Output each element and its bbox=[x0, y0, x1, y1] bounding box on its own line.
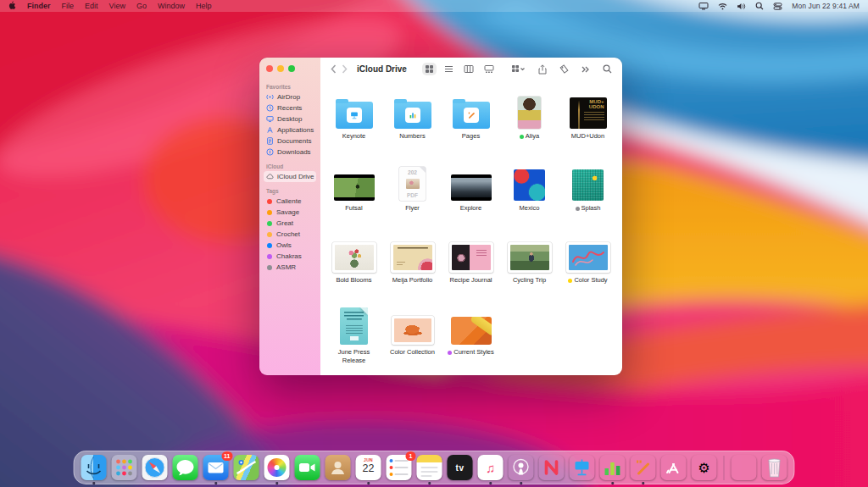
sidebar-label: Applications bbox=[277, 126, 314, 134]
sidebar-item-desktop[interactable]: Desktop bbox=[264, 113, 316, 125]
menu-edit[interactable]: Edit bbox=[85, 2, 98, 10]
sidebar-tag-crochet[interactable]: Crochet bbox=[264, 229, 316, 240]
dock-news[interactable] bbox=[539, 455, 565, 480]
apple-menu[interactable] bbox=[8, 1, 16, 12]
sidebar-tag-great[interactable]: Great bbox=[264, 218, 316, 229]
dock-photos[interactable] bbox=[264, 455, 290, 480]
dock-app-store[interactable] bbox=[661, 455, 687, 480]
running-indicator bbox=[367, 482, 370, 484]
file-mexico[interactable]: Mexico bbox=[500, 160, 559, 232]
dock-messages[interactable] bbox=[173, 455, 198, 480]
control-center-icon[interactable] bbox=[773, 3, 782, 10]
desktop-icon bbox=[266, 115, 274, 123]
more-toolbar-items-icon[interactable] bbox=[579, 64, 593, 75]
file-bold-blooms[interactable]: Bold Blooms bbox=[325, 232, 383, 304]
file-color-collection[interactable]: Color Collection bbox=[383, 304, 442, 375]
dock-facetime[interactable] bbox=[295, 455, 320, 480]
file-name: Cycling Trip bbox=[513, 276, 546, 284]
file-june-press-release[interactable]: June Press Release bbox=[325, 304, 383, 375]
dock-launchpad[interactable] bbox=[112, 455, 137, 480]
dock-reminders[interactable]: 1 bbox=[387, 455, 412, 480]
file-name: Current Styles bbox=[453, 348, 494, 356]
wifi-icon[interactable] bbox=[718, 3, 727, 10]
back-button[interactable] bbox=[328, 63, 339, 75]
dock-numbers[interactable] bbox=[600, 455, 626, 480]
menu-view[interactable]: View bbox=[109, 2, 125, 10]
dock-contacts[interactable] bbox=[326, 455, 351, 480]
pdf-thumbnail: 202PDF bbox=[399, 160, 426, 201]
close-button[interactable] bbox=[266, 65, 273, 72]
file-pages[interactable]: Pages bbox=[442, 88, 500, 160]
search-icon[interactable] bbox=[600, 63, 615, 75]
numbers-icon bbox=[600, 455, 626, 480]
dock-trash[interactable] bbox=[762, 455, 787, 480]
file-numbers[interactable]: Numbers bbox=[383, 88, 442, 160]
dock-system-preferences[interactable]: ⚙ bbox=[692, 455, 717, 480]
file-futsal[interactable]: Futsal bbox=[325, 160, 383, 232]
dock-safari[interactable] bbox=[142, 455, 168, 480]
sidebar-item-icloud-drive[interactable]: iCloud Drive bbox=[264, 171, 316, 182]
menu-clock[interactable]: Mon Jun 22 9:41 AM bbox=[792, 2, 860, 10]
file-current-styles[interactable]: Current Styles bbox=[442, 304, 500, 375]
file-aliya[interactable]: Aliya bbox=[500, 88, 559, 160]
file-splash[interactable]: Splash bbox=[559, 160, 617, 232]
dock-keynote[interactable] bbox=[570, 455, 595, 480]
view-list-button[interactable] bbox=[442, 63, 456, 75]
apple-logo-icon bbox=[8, 1, 16, 10]
dock-notes[interactable] bbox=[417, 455, 442, 480]
file-color-study[interactable]: Color Study bbox=[559, 232, 617, 304]
spotlight-icon[interactable] bbox=[755, 2, 764, 10]
dock-maps[interactable] bbox=[234, 455, 259, 480]
dock-pages[interactable] bbox=[631, 455, 656, 480]
dock-music[interactable]: ♫ bbox=[478, 455, 504, 480]
menu-finder[interactable]: Finder bbox=[27, 2, 51, 10]
forward-button[interactable] bbox=[339, 63, 350, 75]
sidebar-tag-chakras[interactable]: Chakras bbox=[264, 251, 316, 262]
sidebar-tag-savage[interactable]: Savage bbox=[264, 207, 316, 218]
downloads-icon bbox=[266, 148, 274, 156]
sidebar-item-airdrop[interactable]: AirDrop bbox=[264, 91, 316, 102]
sidebar-item-downloads[interactable]: Downloads bbox=[264, 147, 316, 158]
tag-label: ASMR bbox=[276, 263, 296, 271]
dock-calendar[interactable]: JUN22 bbox=[356, 455, 381, 480]
folder-icon bbox=[453, 88, 490, 129]
sidebar-tag-asmr[interactable]: ASMR bbox=[264, 262, 316, 273]
zoom-button[interactable] bbox=[288, 65, 295, 72]
dock-podcasts[interactable] bbox=[509, 455, 534, 480]
airdrop-icon bbox=[266, 93, 274, 101]
sidebar-item-documents[interactable]: Documents bbox=[264, 136, 316, 147]
menu-help[interactable]: Help bbox=[196, 2, 212, 10]
menu-file[interactable]: File bbox=[62, 2, 75, 10]
menu-window[interactable]: Window bbox=[158, 2, 185, 10]
tag-dot bbox=[267, 210, 272, 215]
file-mud-udon[interactable]: MUD+UDONMUD+Udon bbox=[559, 88, 617, 160]
display-status-icon[interactable] bbox=[698, 2, 709, 10]
share-icon[interactable] bbox=[536, 63, 549, 76]
dock-tv[interactable]: tv bbox=[448, 455, 473, 480]
dock-finder[interactable] bbox=[81, 455, 107, 480]
file-cycling-trip[interactable]: Cycling Trip bbox=[500, 232, 559, 304]
dock-downloads-stack[interactable] bbox=[732, 455, 757, 480]
file-flyer[interactable]: 202PDFFlyer bbox=[383, 160, 442, 232]
sidebar-tag-owls[interactable]: Owls bbox=[264, 240, 316, 251]
maps-icon bbox=[234, 455, 259, 480]
sidebar-tag-caliente[interactable]: Caliente bbox=[264, 196, 316, 207]
dock-mail[interactable]: 11 bbox=[203, 455, 229, 480]
file-meija-portfolio[interactable]: Meija Portfolio bbox=[383, 232, 442, 304]
group-by-button[interactable] bbox=[509, 63, 528, 75]
sidebar-item-recents[interactable]: Recents bbox=[264, 102, 316, 113]
view-columns-button[interactable] bbox=[461, 63, 476, 75]
view-gallery-button[interactable] bbox=[481, 63, 497, 75]
menu-go[interactable]: Go bbox=[136, 2, 147, 10]
file-keynote[interactable]: Keynote bbox=[325, 88, 383, 160]
minimize-button[interactable] bbox=[277, 65, 284, 72]
file-explore[interactable]: Explore bbox=[442, 160, 500, 232]
view-icon-grid-button[interactable] bbox=[422, 63, 437, 75]
running-indicator bbox=[520, 482, 522, 484]
view-switcher bbox=[422, 63, 497, 75]
file-recipe-journal[interactable]: Recipe Journal bbox=[442, 232, 500, 304]
sidebar-item-applications[interactable]: Applications bbox=[264, 125, 316, 136]
tag-dot bbox=[568, 279, 572, 283]
tag-icon[interactable] bbox=[557, 63, 571, 75]
volume-icon[interactable] bbox=[737, 3, 746, 10]
